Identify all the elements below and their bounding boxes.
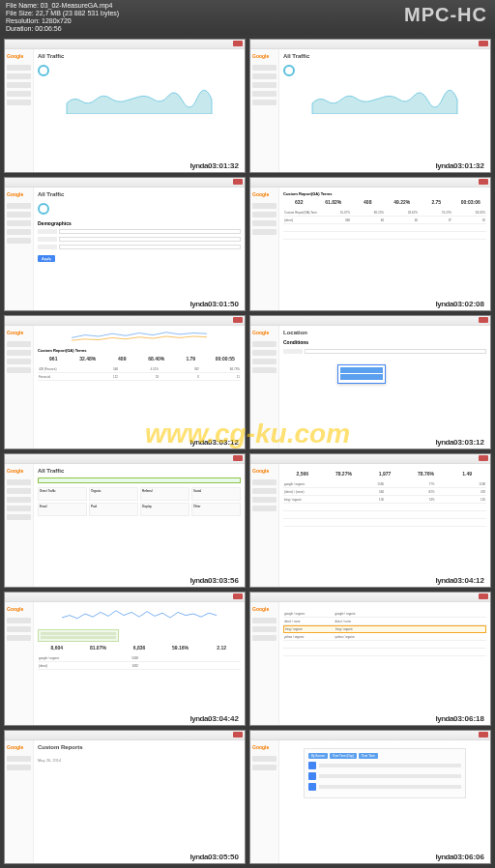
table-row[interactable] <box>283 641 486 649</box>
page-heading: Location <box>283 330 486 335</box>
date-range: May 26, 2014 <box>38 758 241 763</box>
table-row[interactable] <box>283 511 486 519</box>
thumbnail-6[interactable]: Google Location Conditions lynda03:03:12 <box>249 315 491 449</box>
main-content: Location Conditions <box>279 326 490 448</box>
main-content: Custom Reports May 26, 2014 <box>34 740 245 863</box>
segment-card[interactable]: Organic <box>89 487 138 501</box>
page-heading: Custom Reports <box>38 744 241 750</box>
thumbnail-5[interactable]: Google Custom Report(GA) Terms 961 32.48… <box>4 315 246 449</box>
timestamp-overlay: lynda03:05:50 <box>189 853 241 861</box>
table-row[interactable] <box>283 504 486 511</box>
thumbnail-1[interactable]: Google All Traffic lynda03:01:32 <box>4 39 246 173</box>
widget-item[interactable] <box>308 783 461 791</box>
thumbnail-10[interactable]: Google google / organicgoogle / organic … <box>249 592 491 726</box>
table-row[interactable]: Financial 112 13 0 11 <box>38 373 241 381</box>
dropdown-option[interactable] <box>340 374 383 380</box>
close-icon <box>479 41 488 46</box>
data-table: google / organic 1536 77% 1188 (direct) … <box>283 480 486 527</box>
brand-logo: Google <box>252 191 277 197</box>
thumbnail-12[interactable]: Google By Source Over Time (Day) Over Ti… <box>249 730 491 864</box>
timestamp-overlay: lynda03:06:06 <box>434 853 486 861</box>
section-heading: Conditions <box>283 339 486 345</box>
thumbnail-8[interactable]: Google 2,566 78.27% 1,977 78.76% 1.49 go… <box>249 453 491 588</box>
table-row[interactable] <box>283 649 486 656</box>
main-content: All Traffic <box>34 49 245 172</box>
segment-card[interactable]: Direct Traffic <box>38 487 87 501</box>
thumbnail-2[interactable]: Google All Traffic lynda03:01:32 <box>249 39 491 173</box>
table-row[interactable]: google / organicgoogle / organic <box>283 610 486 618</box>
stats-summary: 8,604 81.07% 6,836 59.16% 2.12 <box>38 645 241 651</box>
segment-card[interactable]: Paid <box>89 503 138 516</box>
timestamp-overlay: lynda03:01:50 <box>189 300 241 308</box>
table-row[interactable] <box>283 519 486 527</box>
segment-box[interactable] <box>38 629 119 642</box>
ga-sidebar: Google <box>5 740 34 863</box>
table-row-highlighted[interactable]: bing / organicbing / organic <box>283 625 486 633</box>
browser-chrome <box>5 454 245 464</box>
table-row[interactable]: (direct)1832 <box>38 662 241 670</box>
brand-logo: Google <box>252 606 277 612</box>
dropdown-menu[interactable] <box>337 364 386 384</box>
timestamp-overlay: lynda03:03:12 <box>434 438 486 447</box>
thumbnail-11[interactable]: Google Custom Reports May 26, 2014 lynda… <box>4 730 246 864</box>
thumbnail-grid: Google All Traffic lynda03:01:32 Google <box>0 35 495 868</box>
brand-logo: Google <box>252 53 277 59</box>
selected-segment[interactable] <box>38 477 241 483</box>
close-icon <box>479 455 488 461</box>
report-icon <box>308 762 316 769</box>
tab[interactable]: By Source <box>308 753 328 759</box>
page-heading: All Traffic <box>283 53 486 59</box>
tab[interactable]: Over Time <box>359 753 378 759</box>
brand-logo: Google <box>7 606 31 612</box>
table-row[interactable]: yahoo / organicyahoo / organic <box>283 633 486 641</box>
timestamp-overlay: lynda03:06:18 <box>434 714 486 723</box>
segment-cards: Direct Traffic Organic Referral Social E… <box>38 487 241 516</box>
brand-logo: Google <box>7 468 31 474</box>
brand-logo: Google <box>252 330 277 335</box>
segment-card[interactable]: Email <box>38 503 87 516</box>
segment-card[interactable]: Display <box>140 503 189 516</box>
table-row[interactable]: (direct) / (none) 584 82% 478 <box>283 488 486 496</box>
ga-sidebar: Google <box>250 326 279 448</box>
dropdown-option[interactable] <box>340 367 383 373</box>
thumbnail-4[interactable]: Google Custom Report(GA) Terms 632 61.82… <box>249 177 491 311</box>
widget-item[interactable] <box>308 772 461 780</box>
widget-item[interactable] <box>308 762 461 769</box>
sessions-donut-icon <box>38 203 49 215</box>
brand-logo: Google <box>252 468 277 474</box>
form-row <box>283 349 486 354</box>
table-row[interactable]: direct / nonedirect / none <box>283 618 486 625</box>
sessions-line-chart <box>38 606 241 625</box>
table-title: Custom Report(GA) Terms <box>38 348 241 353</box>
age-input[interactable] <box>59 229 241 234</box>
segment-card[interactable]: Other <box>191 503 241 516</box>
table-title: Custom Report(GA) Terms <box>283 191 486 196</box>
table-row[interactable] <box>283 224 486 232</box>
condition-input[interactable] <box>305 349 486 354</box>
report-icon <box>308 783 316 791</box>
thumbnail-3[interactable]: Google All Traffic Demographics Apply ly… <box>4 177 246 311</box>
close-icon <box>233 179 243 185</box>
ga-sidebar: Google <box>5 49 34 172</box>
thumbnail-9[interactable]: Google 8,604 81.07% 6,836 59.16% 2.12 <box>4 592 246 726</box>
apply-button[interactable]: Apply <box>38 255 55 262</box>
segment-card[interactable]: Referral <box>140 487 189 501</box>
table-row[interactable]: bing / organic 156 74% 116 <box>283 496 486 504</box>
timestamp-overlay: lynda03:02:08 <box>434 300 486 308</box>
thumbnail-7[interactable]: Google All Traffic Direct Traffic Organi… <box>4 453 246 588</box>
table-row[interactable]: (direct) 348 84 46 37 10 <box>283 217 486 224</box>
location-input[interactable] <box>59 245 241 249</box>
table-row[interactable]: google / organic5048 <box>38 654 241 662</box>
browser-chrome <box>5 731 245 740</box>
gender-input[interactable] <box>59 237 241 242</box>
sessions-donut-icon <box>283 65 295 76</box>
table-row[interactable]: google / organic 1536 77% 1188 <box>283 480 486 488</box>
file-info-block: File Name: 03_02-MeasureGA.mp4 File Size… <box>6 2 119 33</box>
brand-logo: Google <box>7 191 31 197</box>
sidebar-item <box>7 73 31 79</box>
table-row[interactable]: 428 (Finance) 548 4.51% 367 66.73% <box>38 365 241 373</box>
table-row[interactable]: Custom Report(GA) Terms 55.07% 80.25% 28… <box>283 209 486 217</box>
segment-card[interactable]: Social <box>191 487 241 501</box>
table-row[interactable] <box>283 232 486 240</box>
tab[interactable]: Over Time (Day) <box>330 753 357 759</box>
